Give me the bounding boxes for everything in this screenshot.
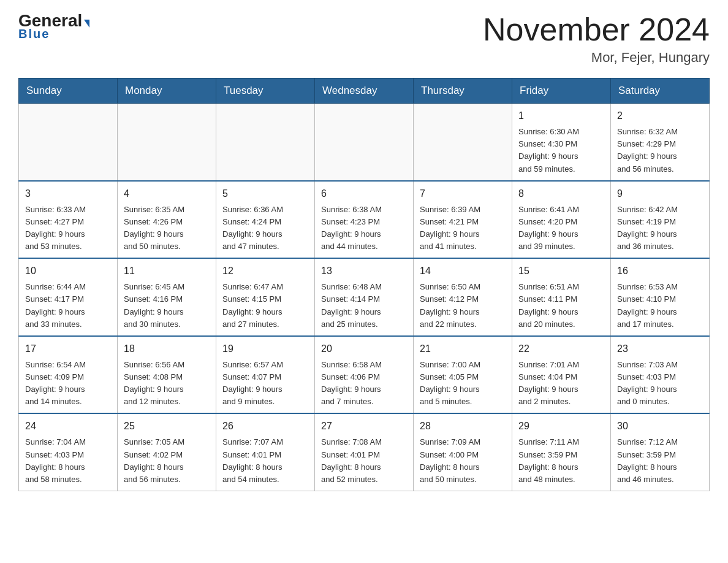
calendar-cell (414, 104, 512, 181)
day-number: 13 (321, 264, 407, 278)
location-title: Mor, Fejer, Hungary (483, 50, 710, 66)
weekday-header: Wednesday (315, 79, 414, 104)
day-info: Sunrise: 6:47 AM Sunset: 4:15 PM Dayligh… (222, 281, 308, 331)
calendar-week-row: 3Sunrise: 6:33 AM Sunset: 4:27 PM Daylig… (19, 181, 710, 259)
calendar-cell: 13Sunrise: 6:48 AM Sunset: 4:14 PM Dayli… (315, 258, 414, 336)
day-number: 9 (617, 186, 703, 201)
day-info: Sunrise: 6:50 AM Sunset: 4:12 PM Dayligh… (420, 281, 506, 331)
day-number: 24 (25, 419, 111, 434)
calendar-cell: 9Sunrise: 6:42 AM Sunset: 4:19 PM Daylig… (611, 181, 710, 259)
logo-blue: Blue (18, 27, 50, 41)
calendar-cell: 18Sunrise: 6:56 AM Sunset: 4:08 PM Dayli… (118, 336, 216, 414)
weekday-header: Monday (118, 79, 216, 104)
calendar-week-row: 24Sunrise: 7:04 AM Sunset: 4:03 PM Dayli… (19, 413, 710, 491)
day-info: Sunrise: 6:45 AM Sunset: 4:16 PM Dayligh… (124, 281, 210, 331)
calendar-cell: 5Sunrise: 6:36 AM Sunset: 4:24 PM Daylig… (216, 181, 315, 259)
day-number: 7 (420, 186, 506, 201)
day-info: Sunrise: 6:42 AM Sunset: 4:19 PM Dayligh… (617, 204, 703, 253)
calendar-cell (315, 104, 414, 181)
day-info: Sunrise: 6:56 AM Sunset: 4:08 PM Dayligh… (124, 359, 210, 408)
calendar-cell: 17Sunrise: 6:54 AM Sunset: 4:09 PM Dayli… (19, 336, 118, 414)
calendar-cell: 2Sunrise: 6:32 AM Sunset: 4:29 PM Daylig… (611, 104, 710, 181)
calendar-cell: 3Sunrise: 6:33 AM Sunset: 4:27 PM Daylig… (19, 181, 118, 259)
day-info: Sunrise: 7:12 AM Sunset: 3:59 PM Dayligh… (617, 436, 703, 486)
calendar-cell: 25Sunrise: 7:05 AM Sunset: 4:02 PM Dayli… (118, 413, 216, 491)
day-info: Sunrise: 6:41 AM Sunset: 4:20 PM Dayligh… (518, 204, 604, 253)
day-info: Sunrise: 7:07 AM Sunset: 4:01 PM Dayligh… (222, 436, 308, 486)
weekday-header: Friday (512, 79, 611, 104)
calendar-cell: 6Sunrise: 6:38 AM Sunset: 4:23 PM Daylig… (315, 181, 414, 259)
day-info: Sunrise: 7:09 AM Sunset: 4:00 PM Dayligh… (420, 436, 506, 486)
calendar-cell: 22Sunrise: 7:01 AM Sunset: 4:04 PM Dayli… (512, 336, 611, 414)
calendar-cell: 29Sunrise: 7:11 AM Sunset: 3:59 PM Dayli… (512, 413, 611, 491)
calendar-cell: 15Sunrise: 6:51 AM Sunset: 4:11 PM Dayli… (512, 258, 611, 336)
day-number: 26 (222, 419, 308, 434)
day-number: 23 (617, 342, 703, 356)
calendar-cell: 11Sunrise: 6:45 AM Sunset: 4:16 PM Dayli… (118, 258, 216, 336)
day-number: 27 (321, 419, 407, 434)
day-number: 22 (518, 342, 604, 356)
calendar-cell (216, 104, 315, 181)
calendar-week-row: 17Sunrise: 6:54 AM Sunset: 4:09 PM Dayli… (19, 336, 710, 414)
day-info: Sunrise: 6:30 AM Sunset: 4:30 PM Dayligh… (518, 126, 604, 175)
logo: General Blue (18, 12, 89, 41)
weekday-header: Saturday (611, 79, 710, 104)
calendar-cell: 8Sunrise: 6:41 AM Sunset: 4:20 PM Daylig… (512, 181, 611, 259)
calendar-cell: 28Sunrise: 7:09 AM Sunset: 4:00 PM Dayli… (414, 413, 512, 491)
day-info: Sunrise: 7:04 AM Sunset: 4:03 PM Dayligh… (25, 436, 111, 486)
month-title: November 2024 (483, 12, 710, 47)
calendar-cell: 12Sunrise: 6:47 AM Sunset: 4:15 PM Dayli… (216, 258, 315, 336)
calendar-cell: 19Sunrise: 6:57 AM Sunset: 4:07 PM Dayli… (216, 336, 315, 414)
day-info: Sunrise: 7:01 AM Sunset: 4:04 PM Dayligh… (518, 359, 604, 408)
day-info: Sunrise: 6:39 AM Sunset: 4:21 PM Dayligh… (420, 204, 506, 253)
day-info: Sunrise: 7:05 AM Sunset: 4:02 PM Dayligh… (124, 436, 210, 486)
day-info: Sunrise: 6:53 AM Sunset: 4:10 PM Dayligh… (617, 281, 703, 331)
day-number: 2 (617, 109, 703, 123)
weekday-header: Tuesday (216, 79, 315, 104)
day-info: Sunrise: 6:38 AM Sunset: 4:23 PM Dayligh… (321, 204, 407, 253)
day-info: Sunrise: 6:58 AM Sunset: 4:06 PM Dayligh… (321, 359, 407, 408)
day-number: 10 (25, 264, 111, 278)
calendar-cell: 30Sunrise: 7:12 AM Sunset: 3:59 PM Dayli… (611, 413, 710, 491)
day-info: Sunrise: 6:48 AM Sunset: 4:14 PM Dayligh… (321, 281, 407, 331)
calendar-cell: 1Sunrise: 6:30 AM Sunset: 4:30 PM Daylig… (512, 104, 611, 181)
day-info: Sunrise: 7:00 AM Sunset: 4:05 PM Dayligh… (420, 359, 506, 408)
day-info: Sunrise: 6:44 AM Sunset: 4:17 PM Dayligh… (25, 281, 111, 331)
weekday-header: Thursday (414, 79, 512, 104)
calendar-cell: 21Sunrise: 7:00 AM Sunset: 4:05 PM Dayli… (414, 336, 512, 414)
day-number: 15 (518, 264, 604, 278)
calendar-table: SundayMondayTuesdayWednesdayThursdayFrid… (18, 78, 710, 491)
day-number: 4 (124, 186, 210, 201)
calendar-week-row: 10Sunrise: 6:44 AM Sunset: 4:17 PM Dayli… (19, 258, 710, 336)
day-number: 19 (222, 342, 308, 356)
day-info: Sunrise: 7:11 AM Sunset: 3:59 PM Dayligh… (518, 436, 604, 486)
day-info: Sunrise: 7:03 AM Sunset: 4:03 PM Dayligh… (617, 359, 703, 408)
day-number: 3 (25, 186, 111, 201)
calendar-cell: 20Sunrise: 6:58 AM Sunset: 4:06 PM Dayli… (315, 336, 414, 414)
calendar-cell: 23Sunrise: 7:03 AM Sunset: 4:03 PM Dayli… (611, 336, 710, 414)
calendar-week-row: 1Sunrise: 6:30 AM Sunset: 4:30 PM Daylig… (19, 104, 710, 181)
day-number: 12 (222, 264, 308, 278)
day-info: Sunrise: 6:57 AM Sunset: 4:07 PM Dayligh… (222, 359, 308, 408)
day-number: 14 (420, 264, 506, 278)
page-header: General Blue November 2024 Mor, Fejer, H… (18, 12, 710, 66)
day-info: Sunrise: 6:32 AM Sunset: 4:29 PM Dayligh… (617, 126, 703, 175)
day-info: Sunrise: 6:54 AM Sunset: 4:09 PM Dayligh… (25, 359, 111, 408)
day-number: 29 (518, 419, 604, 434)
calendar-cell (19, 104, 118, 181)
day-info: Sunrise: 6:51 AM Sunset: 4:11 PM Dayligh… (518, 281, 604, 331)
calendar-cell: 24Sunrise: 7:04 AM Sunset: 4:03 PM Dayli… (19, 413, 118, 491)
day-number: 28 (420, 419, 506, 434)
day-number: 25 (124, 419, 210, 434)
day-info: Sunrise: 6:33 AM Sunset: 4:27 PM Dayligh… (25, 204, 111, 253)
day-number: 1 (518, 109, 604, 123)
day-number: 30 (617, 419, 703, 434)
day-number: 18 (124, 342, 210, 356)
calendar-cell: 27Sunrise: 7:08 AM Sunset: 4:01 PM Dayli… (315, 413, 414, 491)
day-number: 6 (321, 186, 407, 201)
day-info: Sunrise: 6:36 AM Sunset: 4:24 PM Dayligh… (222, 204, 308, 253)
calendar-cell: 7Sunrise: 6:39 AM Sunset: 4:21 PM Daylig… (414, 181, 512, 259)
day-number: 20 (321, 342, 407, 356)
weekday-header-row: SundayMondayTuesdayWednesdayThursdayFrid… (19, 79, 710, 104)
title-area: November 2024 Mor, Fejer, Hungary (483, 12, 710, 66)
